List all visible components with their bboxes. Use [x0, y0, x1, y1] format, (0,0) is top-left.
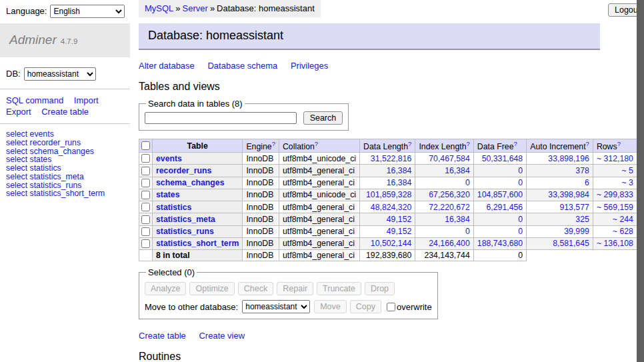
- check-button[interactable]: Check: [238, 282, 273, 295]
- events-rows-link[interactable]: ~ 312,180: [597, 154, 633, 163]
- drop-button[interactable]: Drop: [365, 282, 395, 295]
- statistics_runs-auto-increment-link[interactable]: 39,999: [564, 227, 589, 236]
- statistics_meta-data-length-link[interactable]: 49,152: [387, 215, 412, 224]
- recorder_runs-index-length-link[interactable]: 16,384: [445, 166, 470, 175]
- row-checkbox-schema_changes[interactable]: [141, 179, 150, 187]
- statistics-rows-link[interactable]: ~ 569,159: [597, 203, 633, 212]
- events-table-link[interactable]: events: [156, 154, 182, 163]
- create-table-link[interactable]: Create table: [139, 331, 186, 341]
- search-button[interactable]: Search: [303, 111, 343, 125]
- row-checkbox-events[interactable]: [141, 154, 150, 163]
- statistics_meta-rows-link[interactable]: ~ 244: [613, 215, 633, 224]
- help-link[interactable]: ?: [272, 140, 275, 147]
- statistics_meta-auto-increment-link[interactable]: 325: [575, 215, 589, 224]
- vertical-scrollbar[interactable]: [637, 0, 644, 362]
- row-checkbox-statistics[interactable]: [141, 203, 150, 211]
- create-view-link[interactable]: Create view: [199, 331, 245, 341]
- statistics_meta-data-free-link[interactable]: 0: [518, 215, 523, 224]
- repair-button[interactable]: Repair: [277, 282, 313, 295]
- recorder_runs-rows-link[interactable]: ~ 5: [622, 166, 633, 175]
- help-link[interactable]: ?: [408, 140, 411, 147]
- import-link[interactable]: Import: [74, 95, 99, 105]
- statistics_short_term-data-length-link[interactable]: 10,502,144: [371, 239, 412, 248]
- select-all-checkbox[interactable]: [141, 141, 150, 150]
- statistics_runs-index-length-link[interactable]: 0: [465, 227, 470, 236]
- help-link[interactable]: ?: [617, 140, 621, 147]
- optimize-button[interactable]: Optimize: [189, 282, 234, 295]
- statistics_short_term-auto-increment-link[interactable]: 8,581,645: [553, 239, 589, 248]
- statistics_short_term-rows-link[interactable]: ~ 136,108: [597, 239, 633, 248]
- cell-data-length: 31,522,816: [360, 153, 415, 165]
- recorder_runs-data-free-link[interactable]: 0: [518, 166, 523, 175]
- statistics_runs-data-free-link[interactable]: 0: [518, 227, 523, 236]
- states-table-link[interactable]: states: [156, 190, 180, 199]
- events-data-free-link[interactable]: 50,331,648: [482, 154, 523, 163]
- move-button[interactable]: Move: [314, 300, 347, 313]
- statistics_meta-index-length-link[interactable]: 16,384: [445, 215, 470, 224]
- row-checkbox-recorder_runs[interactable]: [141, 167, 150, 175]
- select-statistics_short_term-link[interactable]: select: [6, 189, 27, 198]
- statistics-data-free-link[interactable]: 6,291,456: [486, 203, 523, 212]
- tables-table: TableEngine?Collation?Data Length?Index …: [139, 139, 644, 261]
- states-data-free-link[interactable]: 104,857,600: [477, 190, 523, 199]
- create-table-link[interactable]: Create table: [41, 107, 89, 117]
- main-content: MySQL»Server»Database: homeassistant Log…: [139, 0, 637, 362]
- database-schema-link[interactable]: Database schema: [207, 61, 277, 71]
- alter-database-link[interactable]: Alter database: [139, 61, 195, 71]
- move-db-select[interactable]: homeassistant: [242, 300, 310, 313]
- row-checkbox-statistics_short_term[interactable]: [141, 239, 150, 248]
- privileges-link[interactable]: Privileges: [291, 61, 328, 71]
- row-checkbox-statistics_meta[interactable]: [141, 215, 150, 224]
- row-checkbox-statistics_runs[interactable]: [141, 227, 150, 236]
- events-index-length-link[interactable]: 70,467,584: [429, 154, 470, 163]
- states-rows-link[interactable]: ~ 299,833: [597, 190, 633, 199]
- statistics_meta-table-link[interactable]: statistics_meta: [156, 215, 215, 224]
- help-link[interactable]: ?: [513, 140, 517, 147]
- statistics_runs-data-length-link[interactable]: 49,152: [387, 227, 412, 236]
- states-index-length-link[interactable]: 67,256,320: [429, 190, 470, 199]
- states-auto-increment-link[interactable]: 33,398,984: [548, 190, 589, 199]
- sidebar-table-statistics_short_term-link[interactable]: statistics_short_term: [30, 189, 105, 198]
- statistics_runs-rows-link[interactable]: ~ 628: [613, 227, 633, 236]
- analyze-button[interactable]: Analyze: [145, 282, 186, 295]
- copy-button[interactable]: Copy: [350, 300, 381, 313]
- schema_changes-data-length-link[interactable]: 16,384: [387, 178, 412, 187]
- statistics-auto-increment-link[interactable]: 913,577: [559, 203, 589, 212]
- help-link[interactable]: ?: [315, 140, 318, 147]
- recorder_runs-auto-increment-link[interactable]: 378: [575, 166, 589, 175]
- row-checkbox-states[interactable]: [141, 191, 150, 199]
- search-input[interactable]: [145, 112, 297, 124]
- statistics_runs-table-link[interactable]: statistics_runs: [156, 227, 214, 236]
- statistics_short_term-table-link[interactable]: statistics_short_term: [156, 239, 239, 248]
- statistics_short_term-index-length-link[interactable]: 24,166,400: [429, 239, 470, 248]
- events-auto-increment-link[interactable]: 33,898,196: [548, 154, 589, 163]
- breadcrumb-mysql-link[interactable]: MySQL: [145, 3, 173, 13]
- schema_changes-auto-increment-link[interactable]: 6: [585, 178, 589, 187]
- statistics-index-length-link[interactable]: 72,220,672: [429, 203, 470, 212]
- breadcrumb-server-link[interactable]: Server: [183, 3, 208, 13]
- schema_changes-rows-link[interactable]: ~ 3: [622, 178, 633, 187]
- schema_changes-table-link[interactable]: schema_changes: [156, 178, 225, 187]
- db-select[interactable]: homeassistant: [24, 67, 96, 81]
- truncate-button[interactable]: Truncate: [317, 282, 361, 295]
- events-data-length-link[interactable]: 31,522,816: [371, 154, 412, 163]
- export-link[interactable]: Export: [6, 107, 31, 117]
- cell-engine: InnoDB: [243, 225, 279, 237]
- search-fieldset: Search data in tables (8) Search: [139, 99, 349, 131]
- schema_changes-index-length-link[interactable]: 0: [465, 178, 470, 187]
- statistics-data-length-link[interactable]: 48,824,320: [371, 203, 412, 212]
- recorder_runs-table-link[interactable]: recorder_runs: [156, 166, 211, 175]
- statistics-table-link[interactable]: statistics: [156, 203, 191, 212]
- help-link[interactable]: ?: [586, 140, 589, 147]
- schema_changes-data-free-link[interactable]: 0: [518, 178, 523, 187]
- statistics_short_term-data-free-link[interactable]: 188,743,680: [477, 239, 523, 248]
- states-data-length-link[interactable]: 101,859,328: [366, 190, 411, 199]
- overwrite-checkbox[interactable]: [387, 303, 395, 311]
- table-row-states: statesInnoDButf8mb4_unicode_ci101,859,32…: [139, 189, 644, 201]
- page-title: Database: homeassistant: [139, 23, 600, 50]
- language-select[interactable]: English: [50, 5, 125, 18]
- recorder_runs-data-length-link[interactable]: 16,384: [387, 166, 412, 175]
- cell-rows: ~ 136,108: [593, 237, 637, 249]
- help-link[interactable]: ?: [467, 140, 470, 147]
- sql-command-link[interactable]: SQL command: [6, 95, 63, 105]
